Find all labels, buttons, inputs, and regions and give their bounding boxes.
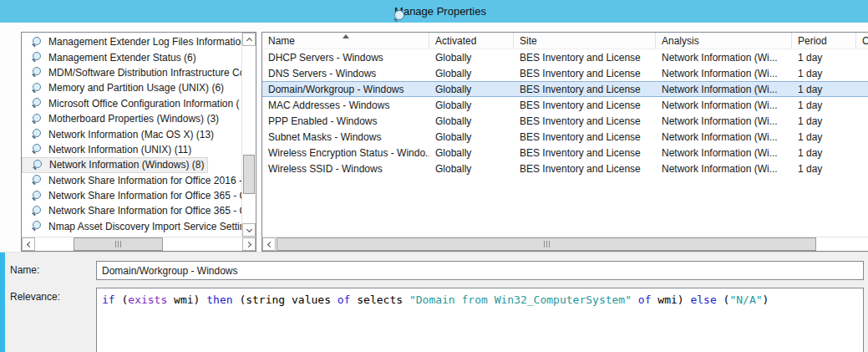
horizontal-scrollbar-thumb[interactable] bbox=[277, 237, 816, 251]
relevance-token-keyword: then bbox=[206, 293, 232, 306]
relevance-token-plain: ) bbox=[763, 293, 769, 306]
table-cell: BES Inventory and License bbox=[514, 99, 656, 111]
relevance-editor[interactable]: if (exists wmi) then (string values of s… bbox=[96, 288, 864, 352]
table-cell: Globally bbox=[429, 163, 514, 175]
scroll-left-button[interactable] bbox=[262, 237, 276, 251]
list-item[interactable]: Network Information (Windows) (8) bbox=[22, 157, 208, 172]
list-item-label: Network Share Information for Office 365… bbox=[48, 190, 241, 202]
list-item-label: Network Share Information for Office 365… bbox=[48, 205, 241, 217]
search-icon bbox=[31, 83, 42, 94]
list-item[interactable]: Microsoft Office Configuration Informati… bbox=[22, 96, 241, 111]
chevron-up-icon bbox=[246, 37, 251, 43]
list-item-label: Nmap Asset Discovery Import Service Sett… bbox=[48, 221, 241, 232]
table-cell: 1 day bbox=[792, 115, 856, 127]
property-list: Management Extender Log Files Informatio… bbox=[22, 33, 241, 237]
list-item-label: Network Information (UNIX) (11) bbox=[48, 144, 191, 156]
table-cell: Wireless SSID - Windows bbox=[262, 163, 429, 175]
property-list-panel: Management Extender Log Files Informatio… bbox=[21, 32, 256, 252]
table-cell: Globally bbox=[429, 131, 514, 143]
relevance-token-plain: (string values bbox=[233, 293, 338, 306]
table-row[interactable]: MAC Addresses - WindowsGloballyBES Inven… bbox=[262, 97, 868, 113]
list-item-label: Memory and Partition Usage (UNIX) (6) bbox=[48, 82, 224, 94]
relevance-token-keyword: of bbox=[338, 293, 351, 306]
search-icon bbox=[31, 129, 42, 140]
table-cell: Globally bbox=[429, 147, 514, 159]
properties-table-panel: NameActivatedSiteAnalysisPeriodC DHCP Se… bbox=[261, 32, 868, 252]
table-cell: Globally bbox=[429, 68, 514, 79]
table-header-row: NameActivatedSiteAnalysisPeriodC bbox=[262, 33, 868, 49]
table-cell: 1 day bbox=[792, 68, 856, 79]
column-header-period[interactable]: Period bbox=[792, 33, 856, 48]
table-cell: Network Information (Wi... bbox=[656, 115, 792, 127]
search-icon bbox=[31, 191, 42, 202]
relevance-token-plain: wmi) bbox=[652, 293, 691, 306]
list-item[interactable]: Management Extender Status (6) bbox=[22, 49, 200, 64]
column-header-analysis[interactable]: Analysis bbox=[656, 33, 792, 48]
scrollbar-grip-icon bbox=[115, 241, 121, 247]
list-horizontal-scrollbar[interactable] bbox=[22, 237, 256, 251]
search-icon bbox=[31, 114, 42, 125]
manage-properties-dialog: Manage Properties Management Extender Lo… bbox=[0, 0, 868, 352]
scroll-right-button[interactable] bbox=[242, 237, 256, 251]
table-row[interactable]: DHCP Servers - WindowsGloballyBES Invent… bbox=[262, 49, 868, 65]
relevance-token-keyword: else bbox=[690, 293, 716, 306]
chevron-down-icon bbox=[246, 226, 251, 232]
table-row[interactable]: Wireless Encryption Status - Windo...Glo… bbox=[262, 145, 868, 161]
list-item[interactable]: Memory and Partition Usage (UNIX) (6) bbox=[22, 80, 227, 95]
column-header-name[interactable]: Name bbox=[262, 33, 429, 48]
list-item[interactable]: Nmap Asset Discovery Import Service Sett… bbox=[22, 219, 241, 234]
table-cell: Globally bbox=[429, 99, 514, 111]
search-icon bbox=[31, 37, 42, 48]
list-item-label: Management Extender Status (6) bbox=[48, 52, 196, 64]
relevance-token-plain bbox=[632, 293, 638, 306]
relevance-token-string: "Domain from Win32_ComputerSystem" bbox=[409, 293, 632, 306]
list-item[interactable]: MDM/Software Distribution Infrastructure… bbox=[22, 65, 241, 80]
table-row[interactable]: Wireless SSID - WindowsGloballyBES Inven… bbox=[262, 161, 868, 176]
table-row[interactable]: Subnet Masks - WindowsGloballyBES Invent… bbox=[262, 129, 868, 145]
title-bar: Manage Properties bbox=[0, 0, 868, 23]
horizontal-scrollbar-thumb[interactable] bbox=[74, 237, 163, 251]
list-item-label: Network Information (Windows) (8) bbox=[49, 159, 204, 171]
relevance-token-plain: selects bbox=[350, 293, 409, 306]
list-item[interactable]: Motherboard Properties (Windows) (3) bbox=[22, 111, 222, 126]
column-header-c[interactable]: C bbox=[856, 33, 868, 48]
table-horizontal-scrollbar[interactable] bbox=[262, 237, 868, 251]
list-item-label: Network Information (Mac OS X) (13) bbox=[48, 129, 214, 140]
column-header-activated[interactable]: Activated bbox=[429, 33, 514, 48]
scroll-up-button[interactable] bbox=[242, 33, 256, 46]
list-item[interactable]: Network Share Information for Office 201… bbox=[22, 173, 241, 188]
list-item[interactable]: Network Information (UNIX) (11) bbox=[22, 142, 195, 157]
search-icon bbox=[31, 52, 42, 63]
list-item[interactable]: Network Share Information for Office 365… bbox=[22, 203, 241, 218]
list-item[interactable]: Management Extender Log Files Informatio… bbox=[22, 34, 241, 49]
table-row[interactable]: Domain/Workgroup - WindowsGloballyBES In… bbox=[262, 81, 868, 97]
window-title: Manage Properties bbox=[394, 5, 486, 18]
column-header-site[interactable]: Site bbox=[514, 33, 656, 48]
list-vertical-scrollbar[interactable] bbox=[241, 33, 256, 237]
sort-ascending-icon bbox=[343, 34, 349, 38]
table-cell: 1 day bbox=[792, 99, 856, 111]
chevron-left-icon bbox=[26, 241, 32, 247]
list-item-label: MDM/Software Distribution Infrastructure… bbox=[48, 67, 241, 79]
relevance-token-keyword: if bbox=[102, 293, 115, 306]
table-row[interactable]: DNS Servers - WindowsGloballyBES Invento… bbox=[262, 65, 868, 81]
table-row[interactable]: PPP Enabled - WindowsGloballyBES Invento… bbox=[262, 113, 868, 129]
scroll-left-button[interactable] bbox=[22, 237, 35, 251]
list-item[interactable]: Network Share Information for Office 365… bbox=[22, 188, 241, 203]
table-cell: Domain/Workgroup - Windows bbox=[262, 84, 429, 95]
table-cell: 1 day bbox=[792, 52, 856, 64]
list-item[interactable]: Network Information (Mac OS X) (13) bbox=[22, 126, 217, 141]
property-details-section: Name: Relevance: if (exists wmi) then (s… bbox=[0, 252, 868, 352]
list-item-label: Management Extender Log Files Informatio… bbox=[48, 36, 241, 48]
relevance-token-keyword: of bbox=[638, 293, 652, 306]
table-cell: Network Information (Wi... bbox=[656, 84, 792, 95]
table-cell: BES Inventory and License bbox=[514, 68, 656, 79]
list-item-label: Motherboard Properties (Windows) (3) bbox=[48, 113, 219, 125]
name-input[interactable] bbox=[96, 261, 864, 280]
list-item-label: Network Share Information for Office 201… bbox=[48, 175, 241, 186]
relevance-token-string: "N/A" bbox=[729, 293, 762, 306]
vertical-scrollbar-thumb[interactable] bbox=[243, 155, 255, 194]
scroll-down-button[interactable] bbox=[242, 223, 256, 237]
table-cell: Network Information (Wi... bbox=[656, 52, 792, 64]
table-cell: Network Information (Wi... bbox=[656, 68, 792, 79]
